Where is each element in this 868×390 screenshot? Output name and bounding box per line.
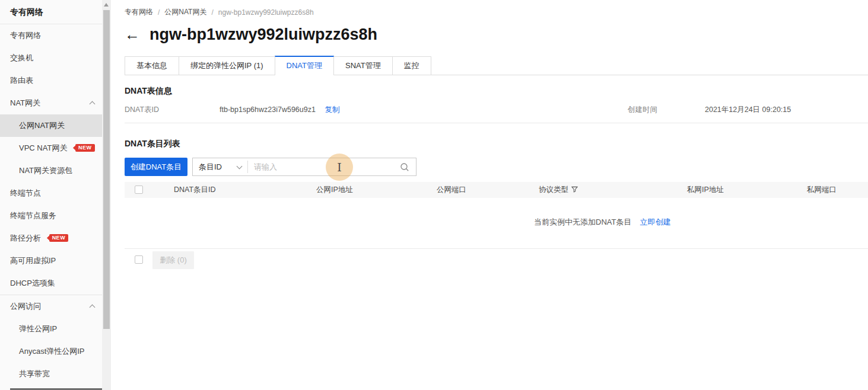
sidebar-item-shared-bandwidth[interactable]: 共享带宽 [0,363,102,385]
section-divider [125,123,868,123]
delete-button[interactable]: 删除 (0) [152,251,194,269]
create-dnat-entry-button[interactable]: 创建DNAT条目 [125,158,187,176]
new-badge: NEW [49,234,69,242]
column-public-port: 公网端口 [437,182,466,198]
breadcrumb-separator: / [158,8,160,17]
chevron-up-icon [90,305,96,311]
dnat-entry-search-box: 条目ID [192,158,416,176]
sidebar-item-path-analysis[interactable]: 路径分析 NEW [0,227,102,250]
tab-monitoring[interactable]: 监控 [392,56,431,75]
search-icon [400,162,409,172]
footer-select-checkbox[interactable] [135,255,143,264]
search-button[interactable] [393,158,416,175]
sidebar-item-public-nat-gateway[interactable]: 公网NAT网关 [0,114,102,137]
dnat-table-id-value: ftb-bp1sp6hwz23i7w596u9z1 复制 [220,105,339,115]
sidebar-item-eip[interactable]: 弹性公网IP [0,318,102,340]
dnat-table-info-row: DNAT表ID ftb-bp1sp6hwz23i7w596u9z1 复制 创建时… [125,105,868,118]
sidebar-item-ha-vip[interactable]: 高可用虚拟IP [0,250,102,272]
column-private-ip: 私网IP地址 [687,182,724,198]
sidebar-item-vpc-nat-gateway[interactable]: VPC NAT网关 NEW [0,137,102,159]
main-content: 专有网络 / 公网NAT网关 / ngw-bp1wzwy992luiwpzz6s… [111,0,868,390]
select-all-checkbox[interactable] [135,186,143,194]
sidebar-item-endpoint-service[interactable]: 终端节点服务 [0,204,102,227]
dnat-entry-list-title: DNAT条目列表 [125,139,180,149]
nat-gateway-detail-page: 专有网络 专有网络 交换机 路由表 NAT网关 公网NAT网关 VPC NAT网… [0,0,868,390]
empty-table-body: 当前实例中无添加DNAT条目立即创建 [125,198,868,249]
created-time-value: 2021年12月24日 09:20:15 [705,105,791,115]
dnat-entry-table-header: DNAT条目ID 公网IP地址 公网端口 协议类型 私网IP地址 私网端口 [125,182,868,198]
scroll-up-arrow-icon[interactable] [104,3,109,7]
breadcrumb-public-nat[interactable]: 公网NAT网关 [164,7,206,17]
vpc-sidebar: 专有网络 专有网络 交换机 路由表 NAT网关 公网NAT网关 VPC NAT网… [0,0,102,390]
tab-basic-info[interactable]: 基本信息 [125,56,179,75]
tab-bound-eip[interactable]: 绑定的弹性公网IP (1) [179,56,275,75]
search-input[interactable] [248,158,393,175]
back-arrow-icon[interactable]: ← [125,25,140,44]
column-private-port: 私网端口 [807,182,837,198]
column-public-ip: 公网IP地址 [316,182,353,198]
sidebar-title: 专有网络 [0,0,102,24]
dnat-table-info-title: DNAT表信息 [125,86,172,97]
breadcrumb-vpc[interactable]: 专有网络 [125,7,153,17]
copy-link[interactable]: 复制 [325,106,339,114]
breadcrumb-separator: / [211,8,213,17]
sidebar-group-public-access[interactable]: 公网访问 [0,295,102,318]
create-now-link[interactable]: 立即创建 [640,218,670,226]
column-dnat-entry-id: DNAT条目ID [174,182,216,198]
sidebar-scrollbar[interactable] [102,0,111,390]
breadcrumb-current: ngw-bp1wzwy992luiwpzz6s8h [218,8,314,17]
page-title: ngw-bp1wzwy992luiwpzz6s8h [150,25,377,44]
sidebar-item-nat-resource-pack[interactable]: NAT网关资源包 [0,159,102,182]
sidebar-item-vswitch[interactable]: 交换机 [0,47,102,69]
chevron-down-icon [237,163,243,169]
sidebar-item-vpc[interactable]: 专有网络 [0,24,102,47]
tab-snat-management[interactable]: SNAT管理 [333,56,393,75]
sidebar-item-route-table[interactable]: 路由表 [0,69,102,92]
scrollbar-thumb[interactable] [103,10,110,329]
filter-icon[interactable] [571,183,578,199]
created-time-label: 创建时间 [628,105,657,115]
sidebar-item-anycast-eip[interactable]: Anycast弹性公网IP [0,340,102,363]
column-protocol: 协议类型 [539,182,578,199]
sidebar-item-endpoint[interactable]: 终端节点 [0,182,102,204]
empty-state-message: 当前实例中无添加DNAT条目立即创建 [534,217,670,228]
tab-dnat-management[interactable]: DNAT管理 [275,56,334,75]
dnat-table-id-label: DNAT表ID [125,105,159,115]
search-filter-select[interactable]: 条目ID [193,158,247,175]
breadcrumb: 专有网络 / 公网NAT网关 / ngw-bp1wzwy992luiwpzz6s… [125,7,314,17]
title-row: ← ngw-bp1wzwy992luiwpzz6s8h [125,25,377,44]
sidebar-group-nat-gateway[interactable]: NAT网关 [0,92,102,114]
chevron-up-icon [90,101,96,107]
sidebar-item-dhcp-options[interactable]: DHCP选项集 [0,272,102,295]
tab-bar: 基本信息 绑定的弹性公网IP (1) DNAT管理 SNAT管理 监控 [125,56,868,75]
new-badge: NEW [75,144,95,152]
search-filter-value: 条目ID [199,162,222,172]
